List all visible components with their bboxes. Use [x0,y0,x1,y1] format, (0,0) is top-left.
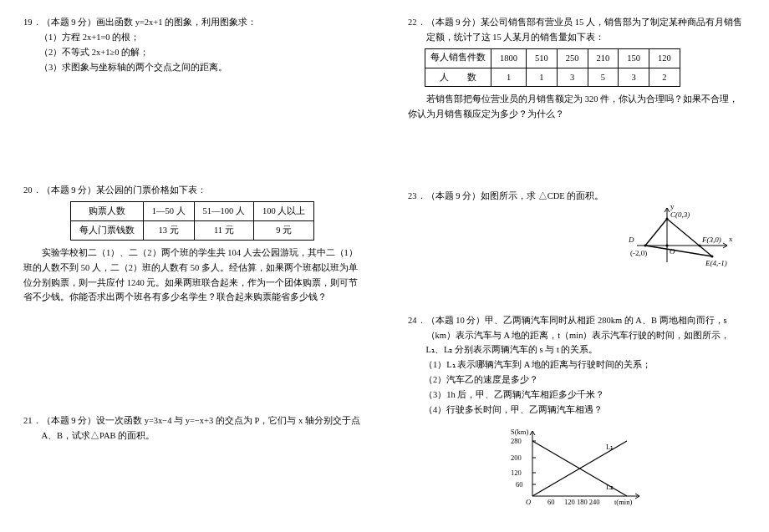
axis-y-label: y [670,204,675,210]
q20-r2c3: 11 元 [194,221,253,241]
pt-O: O [670,247,675,256]
table-row: 人 数 1 1 3 5 3 2 [425,68,680,87]
question-23: 23． （本题 9 分）如图所示，求 △CDE 的面积。 [408,189,746,280]
q22-r1c5: 210 [588,48,619,68]
q20-r2c2: 13 元 [143,221,194,241]
q22-r2c1: 人 数 [425,68,491,87]
q22-table: 每人销售件数 1800 510 250 210 150 120 人 数 1 1 … [425,48,680,88]
q22-r2c3: 1 [527,68,558,87]
q21-stem: （本题 9 分）设一次函数 y=3x−4 与 y=−x+3 的交点为 P，它们与… [42,413,362,443]
pt-F: F(3,0) [701,236,721,244]
svg-line-4 [645,246,712,256]
q20-r2c4: 9 元 [253,221,313,241]
pt-D-letter: D [629,236,634,244]
q22-r2c6: 3 [619,68,649,87]
q22-r1c2: 1800 [491,48,527,68]
q22-paragraph: 若销售部把每位营业员的月销售额定为 320 件，你认为合理吗？如果不合理，你认为… [408,92,746,122]
q20-r1c1: 购票人数 [70,202,143,221]
q20-r2c1: 每人门票钱数 [70,221,143,241]
origin-O: O [526,498,531,506]
right-column: 22． （本题 9 分）某公司销售部有营业员 15 人，销售部为了制定某种商品有… [384,0,769,532]
y-200: 200 [511,453,522,462]
q21-number: 21． [23,413,42,443]
q23-stem: （本题 9 分）如图所示，求 △CDE 的面积。 [426,189,746,204]
exam-page: 19． （本题 9 分）画出函数 y=2x+1 的图象，利用图象求： （1）方程… [0,0,769,532]
q22-number: 22． [408,15,426,45]
q24-sub2: （2）汽车乙的速度是多少？ [408,372,746,388]
question-19: 19． （本题 9 分）画出函数 y=2x+1 的图象，利用图象求： （1）方程… [23,15,361,74]
pt-C: C(0,3) [670,210,690,219]
x-axis-label: t(min) [614,498,632,506]
q20-r1c4: 100 人以上 [253,202,313,221]
question-22: 22． （本题 9 分）某公司销售部有营业员 15 人，销售部为了制定某种商品有… [408,15,746,122]
y-280: 280 [511,437,522,445]
L1-label: L₁ [606,443,614,451]
q20-table: 购票人数 1—50 人 51—100 人 100 人以上 每人门票钱数 13 元… [70,201,315,241]
svg-point-5 [644,244,647,246]
svg-point-8 [711,255,714,257]
question-21: 21． （本题 9 分）设一次函数 y=3x−4 与 y=−x+3 的交点为 P… [23,413,361,443]
x-60: 60 [547,498,555,506]
q19-sub2: （2）不等式 2x+1≥0 的解； [23,45,361,60]
q22-r1c1: 每人销售件数 [425,48,491,68]
q22-r1c3: 510 [527,48,558,68]
q20-r1c3: 51—100 人 [194,202,253,221]
q24-chart: 280 200 120 60 O 60 120 180 240 t(min) S… [506,424,648,508]
q24-number: 24． [408,313,426,358]
q22-r2c4: 3 [557,68,588,87]
q22-r2c2: 1 [491,68,527,87]
q22-r1c7: 120 [649,48,680,68]
y-axis-label: S(km) [511,428,528,436]
q22-r1c6: 150 [619,48,649,68]
table-row: 每人门票钱数 13 元 11 元 9 元 [70,221,314,241]
left-column: 19． （本题 9 分）画出函数 y=2x+1 的图象，利用图象求： （1）方程… [0,0,384,532]
question-20: 20． （本题 9 分）某公园的门票价格如下表： 购票人数 1—50 人 51—… [23,183,361,305]
x-rest: 120 180 240 [564,498,600,506]
table-row: 每人销售件数 1800 510 250 210 150 120 [425,48,680,68]
q23-figure: y x C(0,3) D (-2,0) O F(3,0) E(4,-1) [629,204,737,275]
q24-stem: （本题 10 分）甲、乙两辆汽车同时从相距 280km 的 A、B 两地相向而行… [426,313,746,358]
q23-number: 23． [408,189,426,204]
q20-paragraph: 实验学校初二（1）、二（2）两个班的学生共 104 人去公园游玩，其中二（1）班… [23,246,361,305]
q24-sub4: （4）行驶多长时间，甲、乙两辆汽车相遇？ [408,403,746,418]
y-60: 60 [516,480,523,489]
axis-x-label: x [729,235,733,243]
pt-D: (-2,0) [630,249,647,257]
q24-sub1: （1）L₁ 表示哪辆汽车到 A 地的距离与行驶时间的关系； [408,357,746,372]
q19-sub3: （3）求图象与坐标轴的两个交点之间的距离。 [23,60,361,75]
q22-r2c7: 2 [649,68,680,87]
pt-E: E(4,-1) [705,259,727,267]
q20-r1c2: 1—50 人 [143,202,194,221]
q22-stem: （本题 9 分）某公司销售部有营业员 15 人，销售部为了制定某种商品有月销售定… [426,15,746,45]
q19-sub1: （1）方程 2x+1=0 的根； [23,30,361,45]
svg-line-2 [645,219,667,246]
q22-r2c5: 5 [588,68,619,87]
q19-stem: （本题 9 分）画出函数 y=2x+1 的图象，利用图象求： [42,15,362,30]
svg-point-9 [666,244,669,246]
L2-label: L₂ [606,483,614,491]
q19-number: 19． [23,15,42,30]
svg-point-7 [699,244,701,246]
q24-sub3: （3）1h 后，甲、乙两辆汽车相距多少千米？ [408,388,746,403]
table-row: 购票人数 1—50 人 51—100 人 100 人以上 [70,202,314,221]
q20-number: 20． [23,183,42,198]
question-24: 24． （本题 10 分）甲、乙两辆汽车同时从相距 280km 的 A、B 两地… [408,313,746,513]
q20-stem: （本题 9 分）某公园的门票价格如下表： [42,183,362,198]
svg-point-6 [666,217,669,220]
q22-r1c4: 250 [557,48,588,68]
y-120: 120 [511,469,522,477]
